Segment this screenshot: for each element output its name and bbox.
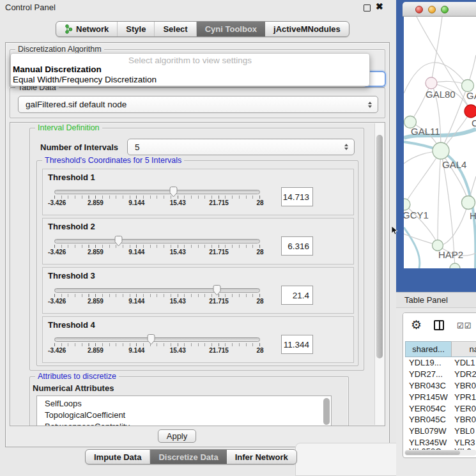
node-label-partial-h: H <box>470 210 476 221</box>
spinner-arrows-icon[interactable] <box>344 144 348 150</box>
threshold-4-slider[interactable]: -3.426 2.859 9.144 15.43 21.715 28 <box>54 337 260 355</box>
threshold-2-value-field[interactable]: 6.316 <box>281 236 313 256</box>
cell-name[interactable]: YLR3 <box>451 438 476 447</box>
settings-vertical-scrollbar[interactable] <box>374 123 384 425</box>
tab-label: Select <box>163 24 187 34</box>
threshold-1-slider[interactable]: -3.426 2.859 9.144 15.43 21.715 28 <box>54 190 260 207</box>
cell-shared-name[interactable]: YER054C <box>405 404 451 413</box>
cell-name[interactable]: YPR1 <box>451 392 476 402</box>
slider-ticks <box>54 343 260 346</box>
scrollbar-thumb[interactable] <box>405 450 460 455</box>
threshold-4-value-field[interactable]: 11.344 <box>281 335 313 354</box>
float-window-button[interactable] <box>364 4 371 12</box>
table-row[interactable]: YDL19...YDL1 <box>405 357 476 369</box>
scrollbar-thumb[interactable] <box>376 135 383 358</box>
checkbox-icons[interactable]: ☑☑ <box>457 321 472 330</box>
threshold-1-panel: Threshold 1 -3.426 2.859 9.144 1 <box>42 169 354 215</box>
cell-shared-name[interactable]: YBR045C <box>405 415 451 424</box>
slider-track[interactable] <box>54 288 260 293</box>
column-header-name[interactable]: na <box>451 341 476 357</box>
table-row[interactable]: YBR045CYBR0 <box>405 414 476 426</box>
slider-track[interactable] <box>54 337 260 342</box>
background-window-corner <box>295 443 397 476</box>
table-data-group: Table Data galFiltered.sif default node <box>10 88 385 118</box>
node-gal4[interactable] <box>433 142 449 159</box>
dropdown-option-manual[interactable]: Manual Discretization <box>11 65 369 75</box>
slider-tick-labels: -3.426 2.859 9.144 15.43 21.715 28 <box>54 199 260 207</box>
table-row[interactable]: YDR27...YDR2 <box>405 369 476 380</box>
slider-tick-labels: -3.426 2.859 9.144 15.43 21.715 28 <box>54 298 260 305</box>
cell-name[interactable]: YBR0 <box>451 415 476 424</box>
cell-shared-name[interactable]: YDL19... <box>405 358 451 367</box>
dropdown-option-equal-width[interactable]: Equal Width/Frequency Discretization <box>11 75 369 85</box>
columns-icon[interactable] <box>434 320 444 330</box>
tab-infer-network[interactable]: Infer Network <box>227 450 296 464</box>
node-bottom[interactable] <box>450 263 460 268</box>
table-data-combobox[interactable]: galFiltered.sif default node <box>18 96 378 113</box>
spinner-arrows-icon[interactable] <box>368 102 372 108</box>
node-selected-red[interactable] <box>464 105 476 118</box>
tab-cyni-toolbox[interactable]: Cyni Toolbox <box>197 22 265 36</box>
tab-style[interactable]: Style <box>118 22 155 36</box>
cell-shared-name[interactable]: YLR345W <box>405 438 451 447</box>
tab-discretize-data[interactable]: Discretize Data <box>150 450 226 464</box>
table-toolbar: ⚙ ☑☑ <box>403 313 476 339</box>
zoom-traffic-light[interactable] <box>441 6 449 13</box>
table-panel-header: Table Panel <box>396 293 476 308</box>
list-item[interactable]: BetweennessCentrality <box>45 421 331 426</box>
tab-label: Impute Data <box>94 452 141 462</box>
tick-label: 9.144 <box>128 249 144 256</box>
numerical-attributes-list[interactable]: SelfLoops TopologicalCoefficient Between… <box>36 395 332 426</box>
slider-thumb[interactable] <box>212 284 222 296</box>
tab-impute-data[interactable]: Impute Data <box>86 450 150 464</box>
tick-label: 2.859 <box>88 347 104 354</box>
list-item[interactable]: TopologicalCoefficient <box>45 410 331 421</box>
slider-track[interactable] <box>54 190 260 194</box>
close-icon[interactable]: ✖ <box>376 1 383 12</box>
gear-icon[interactable]: ⚙ <box>411 318 422 332</box>
table-header-row: shared... na <box>405 341 476 357</box>
node-label-hap2: HAP2 <box>438 249 463 260</box>
cell-shared-name[interactable]: YBR043C <box>405 381 451 390</box>
tab-network[interactable]: Network <box>56 22 118 36</box>
apply-button[interactable]: Apply <box>158 429 196 443</box>
list-item[interactable]: SelfLoops <box>45 398 331 410</box>
number-of-intervals-combobox[interactable]: 5 <box>127 139 355 155</box>
node-right[interactable] <box>462 196 475 210</box>
slider-ticks <box>54 245 260 248</box>
slider-thumb[interactable] <box>146 334 156 345</box>
slider-thumb[interactable] <box>114 235 123 247</box>
slider-thumb[interactable] <box>169 186 178 197</box>
table-row[interactable]: YER054CYER0 <box>405 403 476 414</box>
tab-jactivemnodules[interactable]: jActiveMNodules <box>265 22 349 36</box>
cell-name[interactable]: YDR2 <box>451 369 476 379</box>
cell-name[interactable]: YDL1 <box>451 358 476 367</box>
minimize-traffic-light[interactable] <box>428 6 436 13</box>
threshold-3-value-field[interactable]: 21.4 <box>281 286 313 305</box>
cell-shared-name[interactable]: YDR27... <box>405 369 451 379</box>
table-row[interactable]: YPR145WYPR1 <box>405 391 476 403</box>
cell-name[interactable]: YBL0 <box>451 426 476 436</box>
cell-shared-name[interactable]: YPR145W <box>405 392 451 402</box>
dropdown-prompt-option[interactable]: Select algorithm to view settings <box>11 54 369 65</box>
table-row[interactable]: YBR043CYBR0 <box>405 380 476 392</box>
slider-ticks <box>54 294 260 297</box>
network-canvas[interactable]: GAL80 GA C GAL11 GAL4 GCY1 H HAP2 <box>404 17 476 268</box>
list-scrollbar-thumb[interactable] <box>323 398 330 425</box>
cell-name[interactable]: YBR0 <box>451 381 476 390</box>
node-gal80[interactable] <box>426 77 437 89</box>
tab-select[interactable]: Select <box>155 22 196 36</box>
table-row[interactable]: YBL079WYBL0 <box>405 426 476 437</box>
threshold-3-slider[interactable]: -3.426 2.859 9.144 15.43 21.715 28 <box>54 288 260 305</box>
attributes-to-discretize-group: Attributes to discretize Numerical Attri… <box>29 376 349 426</box>
close-traffic-light[interactable] <box>415 6 423 13</box>
threshold-2-slider[interactable]: -3.426 2.859 9.144 15.43 21.715 28 <box>54 239 260 256</box>
table-horizontal-scrollbar[interactable] <box>404 450 476 456</box>
cell-name[interactable]: YER0 <box>451 404 476 413</box>
cell-shared-name[interactable]: YBL079W <box>405 426 451 436</box>
slider-track[interactable] <box>54 239 260 243</box>
threshold-1-value-field[interactable]: 14.713 <box>281 187 313 206</box>
threshold-4-panel: Threshold 4 -3.426 2.859 9.144 1 <box>42 316 354 363</box>
column-header-shared[interactable]: shared... <box>405 341 451 357</box>
table-row[interactable]: YLR345WYLR3 <box>405 437 476 449</box>
